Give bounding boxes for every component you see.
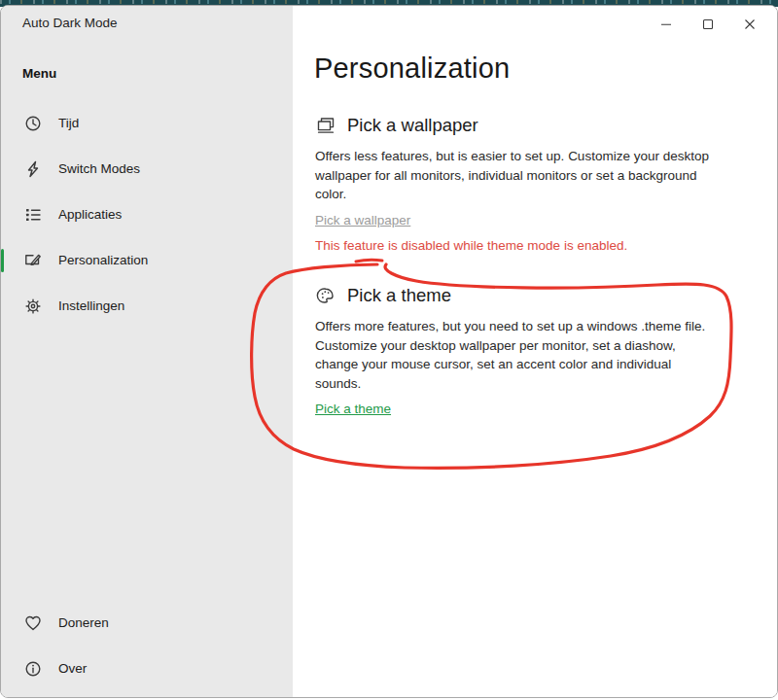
auto-dark-mode-window: Auto Dark Mode Menu Tijd Switch Modes [0, 5, 778, 698]
section-heading: Pick a theme [347, 285, 451, 306]
sidebar-item-tijd[interactable]: Tijd [1, 100, 293, 146]
minimize-button[interactable] [645, 11, 687, 37]
disabled-feature-warning: This feature is disabled while theme mod… [315, 238, 769, 253]
section-pick-a-wallpaper: Pick a wallpaper Offers less features, b… [315, 115, 769, 253]
heart-icon [22, 612, 44, 634]
sidebar-item-switch-modes[interactable]: Switch Modes [1, 146, 293, 192]
menu-heading: Menu [22, 66, 56, 81]
palette-icon [315, 285, 336, 306]
pick-a-theme-link[interactable]: Pick a theme [315, 402, 391, 416]
sidebar-item-personalization[interactable]: Personalization [1, 237, 293, 283]
window-controls [645, 11, 770, 37]
section-pick-a-theme: Pick a theme Offers more features, but y… [315, 285, 769, 417]
wallpaper-icon [315, 115, 336, 136]
edit-screen-icon [22, 250, 44, 271]
lightning-icon [22, 158, 44, 180]
selection-accent-bar [1, 249, 4, 272]
sidebar-item-label: Over [58, 661, 87, 676]
window-title: Auto Dark Mode [22, 16, 118, 30]
sidebar-item-label: Switch Modes [58, 161, 140, 176]
maximize-icon [700, 17, 716, 32]
section-description: Offers less features, but is easier to s… [315, 147, 769, 204]
sidebar-item-instellingen[interactable]: Instellingen [1, 283, 293, 329]
gear-icon [22, 296, 44, 317]
sidebar-item-label: Personalization [58, 253, 148, 267]
page-title: Personalization [314, 52, 510, 85]
close-icon [742, 17, 758, 32]
sidebar-item-doneren[interactable]: Doneren [1, 600, 293, 646]
sidebar-item-over[interactable]: Over [1, 646, 293, 691]
sidebar-item-label: Doneren [58, 615, 109, 630]
clock-icon [22, 113, 44, 134]
sidebar-item-label: Instellingen [58, 298, 124, 313]
main-content: Personalization Pick a wallpaper Offers … [293, 6, 777, 697]
sidebar-item-label: Tijd [58, 116, 79, 130]
section-description: Offers more features, but you need to se… [315, 317, 769, 393]
section-heading: Pick a wallpaper [347, 115, 478, 136]
close-button[interactable] [728, 11, 770, 37]
minimize-icon [658, 17, 674, 32]
sidebar-nav: Tijd Switch Modes Applicaties [1, 100, 293, 329]
pick-a-wallpaper-link[interactable]: Pick a wallpaper [315, 213, 410, 228]
sidebar-item-applicaties[interactable]: Applicaties [1, 192, 293, 237]
maximize-button[interactable] [687, 11, 728, 37]
sidebar-footer-nav: Doneren Over [1, 600, 293, 691]
sidebar: Auto Dark Mode Menu Tijd Switch Modes [1, 6, 293, 697]
info-icon [22, 658, 44, 680]
sidebar-item-label: Applicaties [58, 207, 122, 222]
list-icon [22, 204, 44, 226]
